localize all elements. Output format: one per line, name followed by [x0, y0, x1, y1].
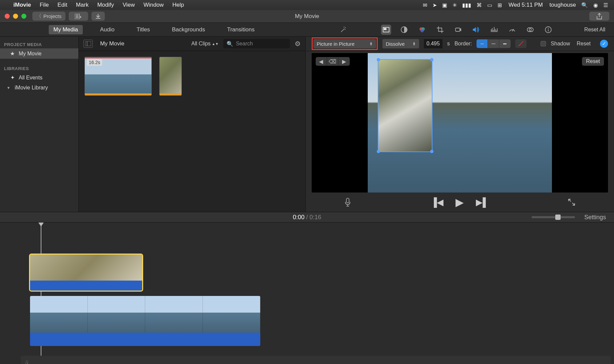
- voiceover-button[interactable]: [344, 198, 351, 207]
- mark-menu[interactable]: Mark: [76, 2, 89, 8]
- border-thick-button[interactable]: ━: [499, 39, 511, 48]
- bluetooth-menubar-icon[interactable]: ✳︎: [452, 2, 457, 8]
- minimize-window-button[interactable]: [13, 14, 18, 19]
- timeline-settings-button[interactable]: Settings: [584, 214, 606, 221]
- sidebar: PROJECT MEDIA ★ My Movie LIBRARIES ✦ All…: [0, 37, 79, 212]
- display-menubar-icon[interactable]: ▣: [442, 2, 447, 8]
- disclosure-triangle-icon[interactable]: ▼: [7, 86, 10, 90]
- svg-rect-2: [76, 16, 78, 17]
- timeline[interactable]: ♫: [0, 223, 614, 364]
- preview-next-button[interactable]: ▶: [338, 57, 350, 66]
- window-controls: [5, 14, 26, 19]
- library-list-button[interactable]: [69, 12, 88, 21]
- music-track-well[interactable]: ♫: [21, 356, 611, 364]
- info-icon[interactable]: [544, 25, 553, 34]
- svg-rect-3: [76, 17, 78, 18]
- resize-handle-tr[interactable]: [430, 58, 433, 61]
- media-clip-2[interactable]: [160, 57, 182, 95]
- resize-handle-bl[interactable]: [377, 150, 380, 153]
- shadow-checkbox[interactable]: [541, 41, 546, 46]
- clip-filter-dropdown[interactable]: All Clips ▲▼: [191, 41, 219, 47]
- timeline-zoom-slider[interactable]: [532, 216, 575, 218]
- user-menu[interactable]: toughouse: [550, 2, 576, 8]
- import-button[interactable]: [91, 12, 105, 21]
- tab-transitions[interactable]: Transitions: [222, 25, 259, 34]
- timeline-overlay-clip[interactable]: [30, 255, 142, 291]
- input-menubar-icon[interactable]: ⊞: [498, 2, 502, 8]
- clip-audio-waveform: [30, 281, 142, 291]
- border-thin-button[interactable]: ─: [488, 39, 499, 48]
- auto-enhance-icon[interactable]: [339, 25, 348, 34]
- inspector-tabs: Reset All: [308, 25, 614, 34]
- media-clip-1[interactable]: 16.2s: [85, 57, 151, 95]
- app-menu[interactable]: iMovie: [13, 2, 31, 8]
- border-none-button[interactable]: ┄: [477, 39, 488, 48]
- color-balance-icon[interactable]: [399, 25, 409, 34]
- file-menu[interactable]: File: [40, 2, 49, 8]
- next-frame-button[interactable]: ▶▌: [476, 197, 489, 208]
- preview-undo-button[interactable]: ⌫: [327, 57, 338, 66]
- sidebar-item-label: My Movie: [19, 51, 41, 57]
- clip-video-thumbnail: [30, 255, 142, 281]
- siri-icon[interactable]: ◉: [593, 2, 598, 8]
- spotlight-icon[interactable]: 🔍: [581, 2, 588, 8]
- tab-backgrounds[interactable]: Backgrounds: [167, 25, 210, 34]
- zoom-window-button[interactable]: [21, 14, 26, 19]
- preview-reset-button[interactable]: Reset: [582, 57, 604, 66]
- sidebar-item-imovie-library[interactable]: ▼ iMovie Library: [0, 83, 78, 93]
- border-color-button[interactable]: [515, 39, 527, 48]
- overlay-mode-dropdown[interactable]: Picture in Picture ▲▼: [313, 39, 376, 48]
- fullscreen-button[interactable]: [568, 199, 575, 206]
- border-label: Border:: [454, 41, 472, 47]
- macos-menubar: iMovie File Edit Mark Modify View Window…: [0, 0, 614, 10]
- back-to-projects-button[interactable]: 〈 Projects: [32, 12, 65, 21]
- close-window-button[interactable]: [5, 14, 10, 19]
- sidebar-item-my-movie[interactable]: ★ My Movie: [0, 48, 78, 59]
- location-menubar-icon[interactable]: ➤: [432, 2, 437, 8]
- resize-handle-br[interactable]: [430, 150, 433, 153]
- wifi-menubar-icon[interactable]: ⌘: [477, 2, 482, 8]
- timeline-primary-clip[interactable]: [30, 296, 260, 346]
- tab-my-media[interactable]: My Media: [49, 25, 83, 34]
- sidebar-item-all-events[interactable]: ✦ All Events: [0, 72, 78, 83]
- preview-canvas[interactable]: [368, 53, 552, 193]
- transition-duration-field[interactable]: 0.495: [424, 39, 442, 48]
- view-menu[interactable]: View: [122, 2, 135, 8]
- stabilization-icon[interactable]: [453, 25, 463, 34]
- reset-overlay-button[interactable]: Reset: [577, 41, 591, 47]
- battery2-menubar-icon[interactable]: ▭: [487, 2, 492, 8]
- window-menu[interactable]: Window: [143, 2, 164, 8]
- apply-button[interactable]: ✓: [600, 40, 608, 48]
- speed-icon[interactable]: [508, 25, 517, 34]
- clock[interactable]: Wed 5:11 PM: [509, 2, 543, 8]
- sidebar-item-label: All Events: [19, 75, 42, 81]
- battery-menubar-icon[interactable]: ▮▮▮: [462, 2, 471, 8]
- play-button[interactable]: ▶: [455, 196, 464, 209]
- preview-viewer[interactable]: ◀ ⌫ ▶ Reset: [312, 53, 608, 193]
- toggle-sidebar-button[interactable]: [83, 40, 93, 48]
- tab-titles[interactable]: Titles: [132, 25, 155, 34]
- noise-reduction-icon[interactable]: [490, 25, 499, 34]
- modify-menu[interactable]: Modify: [97, 2, 114, 8]
- help-menu[interactable]: Help: [172, 2, 184, 8]
- search-input[interactable]: 🔍 Search: [223, 39, 290, 48]
- crop-icon[interactable]: [435, 25, 445, 34]
- edit-menu[interactable]: Edit: [57, 2, 67, 8]
- transition-dropdown[interactable]: Dissolve ▲▼: [382, 39, 419, 48]
- color-correction-icon[interactable]: [417, 25, 427, 34]
- slider-knob[interactable]: [555, 215, 561, 220]
- reset-all-button[interactable]: Reset All: [584, 27, 605, 33]
- clip-filter-icon[interactable]: [526, 25, 535, 34]
- overlay-settings-icon[interactable]: [381, 25, 391, 34]
- preview-prev-button[interactable]: ◀: [316, 57, 327, 66]
- wechat-menubar-icon[interactable]: ✉︎: [423, 2, 427, 8]
- prev-frame-button[interactable]: ▐◀: [431, 197, 443, 208]
- tab-audio[interactable]: Audio: [95, 25, 119, 34]
- pip-overlay-clip[interactable]: [378, 60, 432, 151]
- browser-settings-button[interactable]: ⚙: [295, 40, 301, 48]
- resize-handle-tl[interactable]: [377, 58, 380, 61]
- share-button[interactable]: [589, 12, 609, 21]
- sidebar-heading-libraries: LIBRARIES: [0, 63, 78, 72]
- volume-icon[interactable]: [472, 25, 481, 34]
- control-center-icon[interactable]: ☰: [603, 2, 608, 8]
